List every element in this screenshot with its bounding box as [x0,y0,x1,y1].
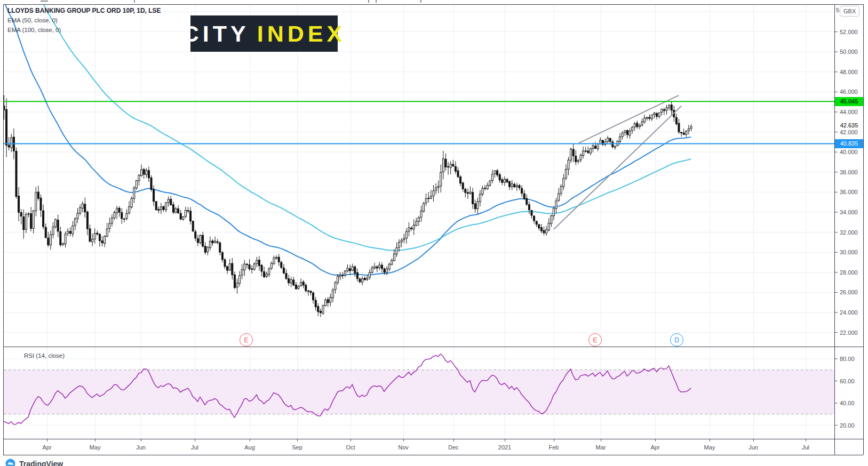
earnings-badge[interactable]: E [588,333,602,347]
currency-unit-badge[interactable]: GBX [840,6,859,17]
chart-window: LLOYDS BANKING GROUP PLC ORD 10P, 1D, LS… [0,0,868,466]
price-tick-label: 38.000 [840,168,858,176]
price-tick-label: 22.000 [840,329,858,336]
resistance-price-label: 45.045 [835,97,863,106]
price-tick-label: 36.000 [840,188,858,196]
price-tick-label: 40.000 [840,148,858,156]
tradingview-label: TradingView [19,460,63,466]
time-tick-label: Jun [136,444,146,451]
indicator-ema50-label[interactable]: EMA (50, close, 0) [7,15,161,25]
dividend-badge[interactable]: D [670,333,683,347]
time-tick-label: Nov [398,444,409,451]
ema100-line[interactable] [4,0,691,251]
candlestick-series[interactable] [3,95,692,317]
time-tick-label: May [704,444,715,451]
chart-legend: LLOYDS BANKING GROUP PLC ORD 10P, 1D, LS… [7,6,161,35]
rsi-band [4,370,834,414]
time-tick-label: Jul [191,444,198,451]
price-tick-label: 50.000 [840,48,858,55]
time-tick-label: Apr [650,444,659,451]
rsi-tick-label: 20.00 [840,422,855,429]
clipped-axis-label: 5 [836,7,839,13]
rsi-legend[interactable]: RSI (14, close) [24,352,65,359]
time-tick-label: 2021 [498,444,511,451]
time-tick-label: Oct [346,444,355,451]
rsi-tick-label: 40.00 [840,399,855,407]
price-tick-label: 28.000 [840,269,858,276]
time-tick-label: Mar [596,444,606,451]
price-tick-label: 32.000 [840,229,858,236]
price-tick-label: 30.000 [840,248,858,256]
watermark-city: CITY [182,21,250,47]
time-tick-label: Jun [748,444,758,451]
watermark-index: INDEX [257,21,346,47]
time-tick-label: May [90,444,101,451]
time-tick-label: Jul [802,444,809,451]
indicator-ema100-label[interactable]: EMA (100, close, 0) [7,25,161,35]
chart-canvas[interactable] [0,0,868,466]
price-tick-label: 46.000 [840,88,858,95]
rsi-tick-label: 80.00 [840,355,855,363]
trendlines[interactable] [554,95,681,229]
earnings-badge[interactable]: E [240,333,253,347]
time-tick-label: Dec [448,444,459,451]
city-index-watermark: CITY INDEX [190,15,338,52]
support-price-label: 40.835 [835,139,863,148]
time-tick-label: Sep [292,444,302,451]
price-tick-label: 48.000 [840,68,858,76]
time-tick-label: Aug [244,444,255,451]
price-tick-label: 44.000 [840,108,858,116]
rsi-tick-label: 60.00 [840,377,855,385]
last-price-label: 42.635 [835,121,863,130]
tradingview-attribution[interactable]: TradingView [5,459,63,466]
price-tick-label: 52.000 [840,28,858,36]
time-tick-label: Apr [42,444,51,451]
tradingview-icon [5,459,15,466]
price-tick-label: 34.000 [840,208,858,216]
price-tick-label: 24.000 [840,309,858,316]
time-tick-label: Feb [549,444,559,451]
price-tick-label: 26.000 [840,288,858,296]
symbol-title[interactable]: LLOYDS BANKING GROUP PLC ORD 10P, 1D, LS… [7,6,161,15]
